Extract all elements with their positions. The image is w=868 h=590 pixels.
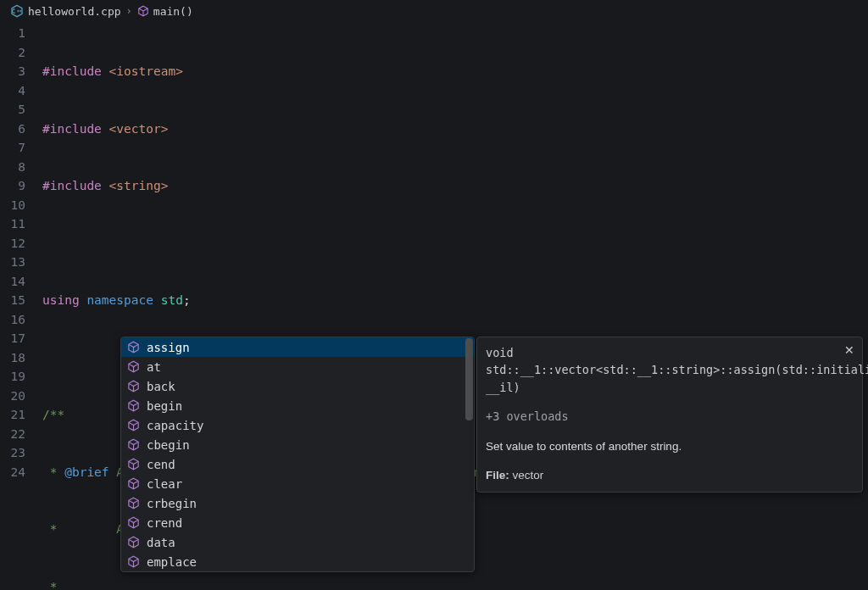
- autocomplete-item-label: cbegin: [147, 438, 190, 452]
- autocomplete-item-label: crend: [147, 516, 182, 530]
- autocomplete-item[interactable]: data: [121, 532, 474, 552]
- autocomplete-popup[interactable]: assignatbackbegincapacitycbegincendclear…: [120, 337, 475, 572]
- breadcrumb-file-label: helloworld.cpp: [28, 5, 121, 18]
- autocomplete-item-label: clear: [147, 477, 182, 491]
- method-icon: [137, 5, 149, 17]
- autocomplete-item[interactable]: crend: [121, 513, 474, 532]
- method-icon: [127, 341, 140, 353]
- method-icon: [127, 458, 140, 470]
- method-icon: [127, 360, 140, 373]
- method-icon: [127, 419, 140, 431]
- signature-text: void std::__1::vector<std::__1::string>:…: [486, 344, 854, 396]
- method-icon: [127, 399, 140, 412]
- method-icon: [127, 380, 140, 392]
- autocomplete-item[interactable]: at: [121, 357, 474, 376]
- method-icon: [127, 477, 140, 490]
- autocomplete-item[interactable]: cend: [121, 454, 474, 474]
- signature-popup: ✕ void std::__1::vector<std::__1::string…: [476, 337, 863, 493]
- breadcrumb-symbol[interactable]: main(): [137, 5, 193, 18]
- overloads-count: +3 overloads: [486, 408, 854, 425]
- doc-file: File: vector: [486, 467, 854, 484]
- line-gutter: 123456789101112131415161718192021222324: [0, 22, 42, 590]
- method-icon: [127, 497, 140, 509]
- method-icon: [127, 555, 140, 568]
- autocomplete-item-label: crbegin: [147, 497, 197, 510]
- autocomplete-item-label: back: [147, 380, 175, 393]
- autocomplete-scrollbar[interactable]: [465, 338, 473, 420]
- method-icon: [127, 516, 140, 529]
- autocomplete-item[interactable]: cbegin: [121, 435, 474, 454]
- doc-description: Set value to contents of another string.: [486, 438, 854, 455]
- autocomplete-item[interactable]: crbegin: [121, 493, 474, 513]
- autocomplete-item[interactable]: begin: [121, 396, 474, 415]
- autocomplete-item-label: emplace: [147, 555, 197, 569]
- breadcrumb-file[interactable]: helloworld.cpp: [10, 4, 121, 18]
- autocomplete-item[interactable]: assign: [121, 337, 474, 357]
- autocomplete-item-label: begin: [147, 399, 182, 413]
- breadcrumb: helloworld.cpp › main(): [0, 0, 868, 22]
- breadcrumb-symbol-label: main(): [153, 5, 193, 18]
- method-icon: [127, 438, 140, 451]
- autocomplete-item-label: data: [147, 536, 175, 549]
- method-icon: [127, 536, 140, 548]
- autocomplete-item[interactable]: capacity: [121, 415, 474, 435]
- autocomplete-item[interactable]: back: [121, 376, 474, 396]
- autocomplete-item[interactable]: clear: [121, 474, 474, 493]
- autocomplete-list[interactable]: assignatbackbegincapacitycbegincendclear…: [121, 337, 474, 571]
- autocomplete-item-label: capacity: [147, 419, 203, 432]
- autocomplete-item-label: assign: [147, 341, 190, 354]
- autocomplete-item-label: cend: [147, 458, 175, 471]
- cpp-file-icon: [10, 4, 24, 18]
- autocomplete-item[interactable]: emplace: [121, 552, 474, 571]
- autocomplete-item-label: at: [147, 360, 161, 374]
- chevron-right-icon: ›: [126, 5, 132, 17]
- close-icon[interactable]: ✕: [842, 342, 857, 358]
